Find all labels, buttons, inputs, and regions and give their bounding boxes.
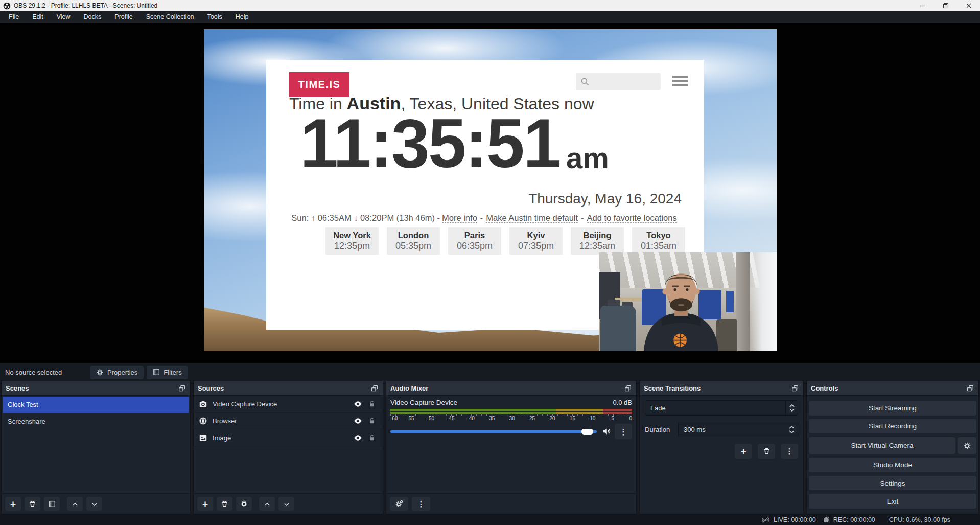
preview-area: TIME.IS Time in Austin, Texas, United St… (0, 23, 980, 363)
filters-icon (153, 369, 160, 376)
visibility-eye-icon[interactable] (353, 433, 363, 443)
hamburger-menu-icon[interactable] (672, 76, 688, 88)
scene-filters-button[interactable] (44, 497, 60, 511)
mixer-channel-name: Video Capture Device (390, 399, 457, 406)
source-item-browser[interactable]: Browser (194, 413, 383, 429)
restore-button[interactable] (934, 0, 957, 11)
cpu-status: CPU: 0.6%, 30.00 fps (889, 516, 950, 523)
move-scene-up-button[interactable] (67, 497, 83, 511)
move-source-down-button[interactable] (278, 497, 294, 511)
volume-slider-handle[interactable] (581, 429, 593, 435)
start-virtual-camera-button[interactable]: Start Virtual Camera (809, 437, 955, 454)
popout-icon[interactable] (966, 384, 974, 393)
gear-icon (240, 500, 248, 508)
dock-row: Scenes Clock Test Screenshare + Sources (0, 381, 980, 514)
filters-button[interactable]: Filters (147, 366, 188, 379)
make-default-link[interactable]: Make Austin time default (486, 213, 578, 223)
rec-status: REC: 00:00:00 (823, 516, 875, 523)
popout-icon[interactable] (791, 384, 799, 393)
scenes-dock-header: Scenes (2, 381, 190, 396)
start-recording-button[interactable]: Start Recording (809, 419, 976, 434)
city-card-kyiv[interactable]: Kyiv07:35pm (509, 227, 563, 255)
scene-list: Clock Test Screenshare (2, 396, 190, 493)
mixer-options-button[interactable]: ⋮ (615, 424, 632, 439)
studio-mode-button[interactable]: Studio Mode (809, 458, 976, 472)
chevron-down-icon (283, 500, 290, 508)
lock-icon[interactable] (368, 417, 376, 425)
add-scene-button[interactable]: + (5, 497, 21, 511)
mixer-menu-button[interactable]: ⋮ (412, 497, 430, 511)
advanced-audio-button[interactable] (390, 497, 408, 511)
window-controls (911, 0, 980, 11)
search-box[interactable] (576, 73, 661, 90)
source-properties-button[interactable] (236, 497, 252, 511)
settings-button[interactable]: Settings (809, 476, 976, 491)
move-scene-down-button[interactable] (86, 497, 102, 511)
transition-options-button[interactable]: ⋮ (781, 444, 798, 459)
timeis-logo: TIME.IS (289, 72, 349, 97)
world-cities-row: New York12:35pm London05:35pm Paris06:35… (325, 227, 685, 255)
menu-docks[interactable]: Docks (77, 11, 108, 23)
menubar: File Edit View Docks Profile Scene Colle… (0, 11, 980, 23)
scene-item-clock-test[interactable]: Clock Test (3, 397, 189, 413)
menu-profile[interactable]: Profile (108, 11, 139, 23)
add-favorite-link[interactable]: Add to favorite locations (587, 213, 677, 223)
city-card-beijing[interactable]: Beijing12:35am (571, 227, 624, 255)
remove-source-button[interactable] (217, 497, 232, 511)
popout-icon[interactable] (370, 384, 379, 393)
volume-slider[interactable] (390, 430, 597, 433)
window-title: OBS 29.1.2 - Profile: LLHLS BETA - Scene… (14, 2, 157, 9)
exit-button[interactable]: Exit (809, 494, 976, 509)
source-item-image[interactable]: Image (194, 429, 383, 446)
duration-spinbox[interactable]: 300 ms (678, 422, 798, 437)
speaker-icon[interactable] (602, 427, 611, 436)
move-source-up-button[interactable] (259, 497, 275, 511)
more-info-link[interactable]: More info (442, 213, 477, 223)
minimize-button[interactable] (911, 0, 934, 11)
close-button[interactable] (957, 0, 980, 11)
add-source-button[interactable]: + (197, 497, 213, 511)
menu-scene-collection[interactable]: Scene Collection (139, 11, 201, 23)
volume-meter (390, 409, 632, 414)
image-icon (199, 433, 207, 442)
menu-edit[interactable]: Edit (26, 11, 50, 23)
remove-scene-button[interactable] (25, 497, 40, 511)
audio-mixer-dock: Audio Mixer Video Capture Device 0.0 dB … (386, 381, 637, 514)
source-list: Video Capture Device Browser Image (194, 396, 383, 493)
obs-logo-icon (3, 2, 11, 10)
trash-icon (29, 500, 36, 508)
add-transition-button[interactable]: + (735, 444, 752, 459)
spin-down-icon[interactable] (789, 430, 795, 433)
scene-item-screenshare[interactable]: Screenshare (3, 414, 189, 429)
chevron-down-icon (91, 500, 98, 508)
city-card-tokyo[interactable]: Tokyo01:35am (632, 227, 685, 255)
source-item-video-capture[interactable]: Video Capture Device (194, 396, 383, 413)
globe-icon (199, 417, 207, 425)
city-card-london[interactable]: London05:35pm (387, 227, 440, 255)
lock-icon[interactable] (368, 433, 376, 442)
transition-select[interactable]: Fade (645, 400, 798, 416)
menu-tools[interactable]: Tools (201, 11, 229, 23)
lock-icon[interactable] (368, 400, 376, 408)
visibility-eye-icon[interactable] (353, 399, 363, 409)
audio-mixer-dock-header: Audio Mixer (386, 381, 636, 396)
program-preview[interactable]: TIME.IS Time in Austin, Texas, United St… (204, 29, 777, 351)
city-card-new-york[interactable]: New York12:35pm (325, 227, 379, 255)
search-icon (580, 77, 590, 87)
menu-file[interactable]: File (2, 11, 26, 23)
no-source-label: No source selected (5, 369, 87, 376)
visibility-eye-icon[interactable] (353, 416, 363, 426)
popout-icon[interactable] (624, 384, 632, 393)
city-card-paris[interactable]: Paris06:35pm (448, 227, 501, 255)
menu-help[interactable]: Help (229, 11, 255, 23)
virtual-camera-settings-button[interactable] (958, 437, 976, 454)
properties-button[interactable]: Properties (90, 366, 144, 379)
spin-up-icon[interactable] (789, 426, 795, 429)
controls-dock-header: Controls (807, 381, 978, 396)
record-inactive-icon (823, 516, 830, 523)
popout-icon[interactable] (178, 384, 186, 393)
transitions-panel: Fade Duration 300 ms (640, 396, 803, 514)
start-streaming-button[interactable]: Start Streaming (809, 401, 976, 416)
menu-view[interactable]: View (50, 11, 77, 23)
remove-transition-button[interactable] (758, 444, 775, 459)
